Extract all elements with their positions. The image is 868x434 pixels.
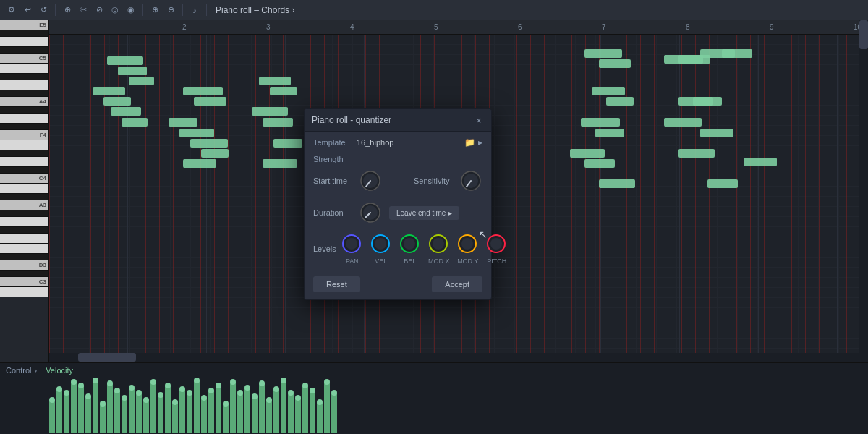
note[interactable] [595,129,624,137]
note[interactable] [584,49,622,58]
note[interactable] [169,118,197,127]
pan-knob[interactable] [341,233,364,256]
note[interactable] [678,149,715,158]
note[interactable] [179,129,214,137]
note[interactable] [190,139,228,148]
note[interactable] [273,139,302,148]
vel-knob[interactable] [370,233,393,256]
piano-black-key[interactable] [0,227,49,234]
template-folder-icon[interactable]: 📁 [464,137,475,148]
note[interactable] [263,118,293,127]
note[interactable] [183,87,223,95]
start-time-knob[interactable] [359,169,382,192]
piano-key-A4[interactable]: A4 [0,97,48,107]
note[interactable] [201,149,229,158]
note[interactable] [606,97,634,106]
note[interactable] [599,179,635,188]
piano-key-B3[interactable] [0,184,48,194]
scissors-icon[interactable]: ✂ [77,4,89,16]
bel-knob[interactable] [399,233,422,256]
piano-key-B2[interactable] [0,287,48,297]
piano-key-A3[interactable]: A3 [0,200,48,210]
note[interactable] [693,97,722,106]
piano-key-E4[interactable] [0,140,48,150]
piano-key-D4[interactable] [0,157,48,167]
tool-icon-2[interactable]: ↩ [22,4,33,16]
quantizer-dialog[interactable]: Piano roll - quantizer × Template 16_hip… [304,109,492,300]
leave-end-time-button[interactable]: Leave end time ▸ [389,206,459,220]
zoom-icon[interactable]: ⊕ [149,4,161,16]
piano-key-G3[interactable] [0,217,48,227]
piano-key-C5[interactable]: C5 [0,54,48,64]
piano-key-C4[interactable]: C4 [0,174,48,184]
note[interactable] [183,159,216,168]
piano-key-F3[interactable] [0,234,48,244]
wave-icon[interactable]: ♪ [189,4,200,16]
piano-black-key[interactable] [0,150,49,157]
piano-black-key[interactable] [0,124,49,130]
record-icon[interactable]: ◉ [125,4,137,16]
note[interactable] [118,67,147,75]
note[interactable] [263,159,297,168]
magnet-icon[interactable]: ⊕ [61,4,73,16]
note[interactable] [584,159,615,168]
h-scrollbar-thumb[interactable] [78,353,136,362]
scrollbar-thumb[interactable] [859,20,868,49]
note[interactable] [599,59,631,68]
piano-black-key[interactable] [0,194,49,200]
piano-black-key[interactable] [0,90,49,97]
note[interactable] [194,97,226,106]
piano-key-F4[interactable]: F4 [0,130,48,140]
note[interactable] [664,118,702,127]
reset-button[interactable]: Reset [313,276,360,292]
piano-black-key[interactable] [0,167,49,174]
piano-black-key[interactable] [0,47,49,54]
duration-knob[interactable] [359,201,382,224]
control-arrow[interactable]: › [34,366,37,375]
note[interactable] [700,129,733,137]
note[interactable] [111,107,141,116]
note[interactable] [581,118,620,127]
note[interactable] [259,77,291,85]
piano-key-D3[interactable]: D3 [0,260,48,271]
note[interactable] [744,158,777,166]
piano-black-key[interactable] [0,210,49,217]
sensitivity-knob[interactable] [459,169,482,192]
pitch-knob[interactable] [485,233,509,256]
note[interactable] [570,149,605,158]
note[interactable] [722,49,752,58]
undo-icon[interactable]: ↺ [38,4,49,16]
note[interactable] [93,87,125,95]
piano-key-E5[interactable]: E5 [0,20,48,30]
speaker-icon[interactable]: ◎ [109,4,121,16]
mody-knob[interactable] [456,233,480,256]
modx-knob[interactable] [427,233,451,256]
piano-key-E3[interactable] [0,244,48,254]
piano-key-D5[interactable] [0,37,48,47]
piano-keyboard[interactable]: E5C5A4F4C4A3D3C3 [0,20,49,362]
note[interactable] [122,118,148,127]
template-arrow-icon[interactable]: ▸ [478,137,482,148]
note[interactable] [103,97,131,106]
note[interactable] [270,87,297,95]
accept-button[interactable]: Accept [432,276,482,292]
dialog-close-button[interactable]: × [474,115,484,125]
note[interactable] [592,87,625,95]
piano-black-key[interactable] [0,30,49,37]
note[interactable] [252,107,288,116]
note[interactable] [129,77,154,85]
piano-black-key[interactable] [0,271,49,277]
piano-black-key[interactable] [0,74,49,80]
piano-key-A#4[interactable] [0,80,48,90]
piano-key-B4[interactable] [0,64,48,74]
piano-black-key[interactable] [0,254,49,260]
piano-key-G4[interactable] [0,114,48,124]
tool-icon-1[interactable]: ⚙ [6,4,17,16]
piano-black-key[interactable] [0,107,49,114]
zoom-out-icon[interactable]: ⊖ [165,4,176,16]
vertical-scrollbar[interactable] [859,20,868,362]
piano-key-C3[interactable]: C3 [0,277,48,287]
horizontal-scrollbar[interactable] [49,353,859,362]
mute-icon[interactable]: ⊘ [93,4,105,16]
note[interactable] [107,56,143,65]
